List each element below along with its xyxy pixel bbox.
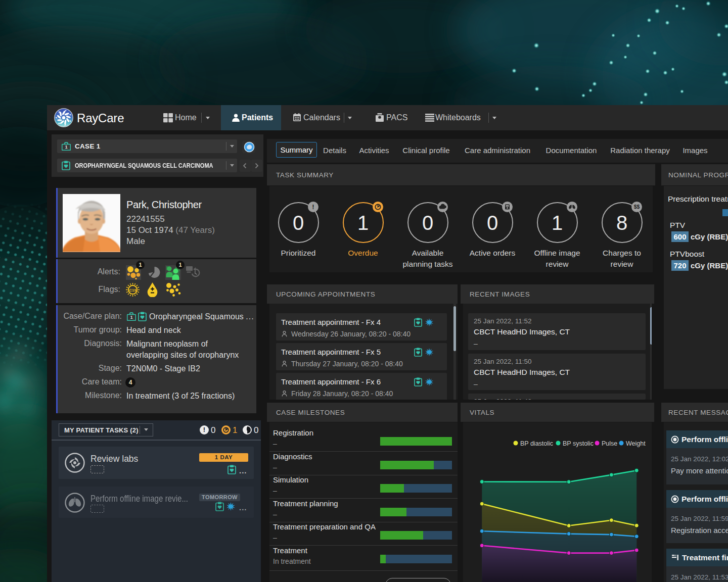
svg-text:Pulse: Pulse xyxy=(602,440,617,447)
svg-text:1: 1 xyxy=(130,315,133,320)
svg-text:BP diastolic: BP diastolic xyxy=(520,440,553,447)
svg-text:1: 1 xyxy=(65,144,68,150)
svg-text:Weight: Weight xyxy=(626,440,646,447)
svg-text:BP systolic: BP systolic xyxy=(563,440,594,447)
svg-text:C19: C19 xyxy=(129,288,136,293)
